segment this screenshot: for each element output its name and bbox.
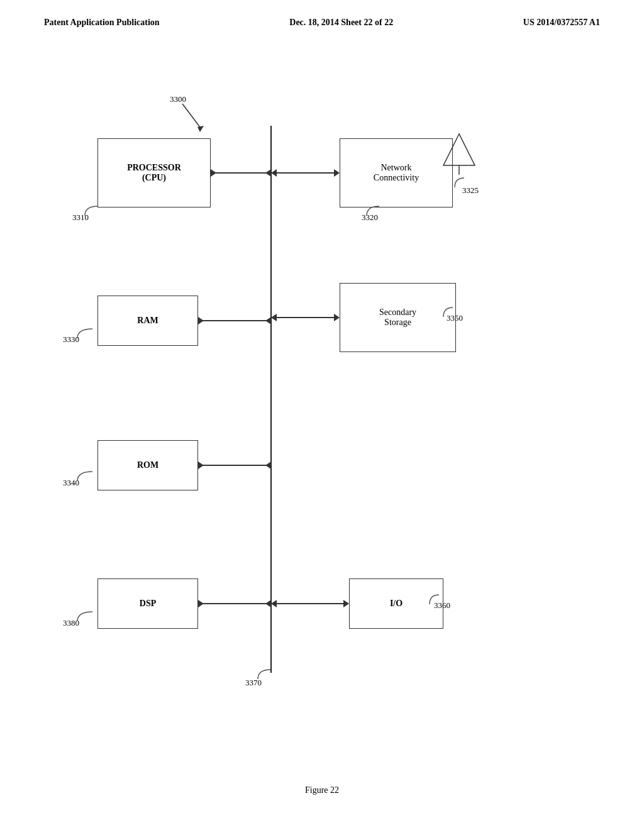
network-box: Network Connectivity	[340, 138, 453, 208]
curve-3350	[440, 304, 456, 320]
arrow-proc-right	[265, 169, 271, 177]
arrow-3300	[164, 101, 214, 138]
rom-label: ROM	[137, 460, 158, 470]
arrow-sec-left	[334, 314, 340, 321]
curve-3370	[245, 667, 283, 685]
arrow-sec-right	[271, 314, 277, 321]
bus-line	[270, 126, 272, 673]
dsp-box: DSP	[97, 578, 198, 629]
antenna-symbol	[440, 131, 478, 175]
header-center: Dec. 18, 2014 Sheet 22 of 22	[289, 18, 393, 28]
curve-3320	[357, 203, 389, 222]
rom-box: ROM	[97, 440, 198, 490]
svg-marker-1	[197, 126, 204, 132]
curve-3360	[426, 592, 442, 607]
diagram-area: 3300 3370 PROCESSOR (CPU) 3310 Network C…	[0, 63, 644, 792]
curve-3325	[452, 175, 477, 194]
arrow-net-left	[334, 169, 340, 177]
arrow-net-line	[277, 172, 338, 174]
io-label: I/O	[390, 599, 402, 609]
arrow-net-right	[271, 169, 277, 177]
ram-label: RAM	[137, 316, 158, 326]
secondary-storage-label: Secondary Storage	[379, 307, 416, 328]
ram-box: RAM	[97, 296, 198, 346]
arrow-dsp-right	[265, 600, 271, 607]
curve-3310	[75, 203, 107, 222]
svg-marker-2	[443, 134, 475, 165]
page-header: Patent Application Publication Dec. 18, …	[0, 0, 644, 28]
processor-box: PROCESSOR (CPU)	[97, 138, 211, 208]
arrow-rom-line	[201, 465, 270, 466]
arrow-dsp-line	[201, 603, 270, 604]
header-left: Patent Application Publication	[44, 18, 160, 28]
arrow-sec-line	[277, 317, 338, 318]
secondary-storage-box: Secondary Storage	[340, 283, 456, 352]
header-right: US 2014/0372557 A1	[523, 18, 600, 28]
curve-3340	[66, 468, 104, 486]
arrow-io-line	[277, 603, 348, 604]
arrow-rom-right	[265, 462, 271, 469]
svg-line-0	[182, 104, 201, 129]
figure-caption: Figure 22	[0, 785, 644, 795]
arrow-io-left	[343, 600, 349, 607]
arrow-ram-line	[201, 320, 270, 321]
arrow-proc-line	[214, 172, 270, 174]
arrow-ram-right	[265, 317, 271, 324]
network-label: Network Connectivity	[374, 163, 419, 183]
figure-label: Figure 22	[305, 785, 339, 795]
arrow-io-right	[271, 600, 277, 607]
curve-3380	[66, 609, 104, 626]
processor-label: PROCESSOR (CPU)	[127, 163, 181, 183]
curve-3330	[66, 326, 104, 343]
dsp-label: DSP	[140, 599, 156, 609]
